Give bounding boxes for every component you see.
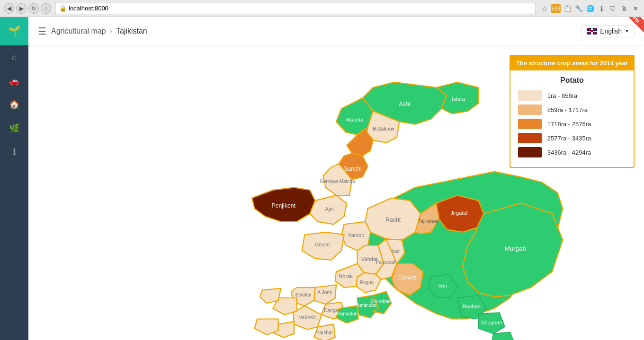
label-rogun: Rogun bbox=[360, 280, 374, 285]
browser-icons: ☆ 523 📋 🔧 🌐 ℹ 🛡 🖱 ≡ bbox=[540, 4, 640, 13]
label-varzob: Varzob bbox=[348, 232, 364, 238]
extension-icon2[interactable]: 📋 bbox=[563, 4, 572, 13]
extension-icon1[interactable]: 523 bbox=[551, 4, 561, 13]
breadcrumb-separator: › bbox=[110, 27, 112, 35]
legend-label-5: 3436ra - 4294ra bbox=[547, 149, 591, 156]
back-button[interactable]: ◀ bbox=[4, 3, 14, 14]
label-ajomi: A.Jomi bbox=[317, 290, 332, 295]
label-penjikent: Penjikent bbox=[272, 202, 296, 209]
lang-dropdown-arrow: ▼ bbox=[625, 28, 629, 34]
label-bgafurov: B.Gafurov bbox=[373, 126, 394, 131]
browser-chrome: ◀ ▶ ↻ ⌂ 🔒 localhost:8000 ☆ 523 📋 🔧 🌐 ℹ 🛡… bbox=[0, 0, 644, 17]
lang-label: English bbox=[600, 27, 622, 35]
info-sidebar-icon: ℹ bbox=[13, 147, 16, 157]
app-container: 🌱 ⌂ 🚗 🏠 🌿 ℹ ☰ Agricultural map › Taj bbox=[0, 17, 644, 340]
sidebar: 🌱 ⌂ 🚗 🏠 🌿 ℹ bbox=[0, 17, 28, 340]
label-shugnan: Shugnan bbox=[531, 332, 552, 338]
label-ajni: Ajni bbox=[325, 206, 334, 212]
header: ☰ Agricultural map › Tajikistan English … bbox=[28, 17, 644, 45]
label-shugnan2: Shugnan bbox=[481, 320, 502, 325]
url-text: localhost:8000 bbox=[69, 5, 108, 12]
label-faizabad: Faizabad bbox=[376, 260, 395, 265]
legend-crop-title: Potato bbox=[518, 76, 626, 85]
refresh-button[interactable]: ↻ bbox=[28, 3, 39, 14]
legend-label-3: 1718ra - 2576ra bbox=[547, 121, 591, 128]
label-gormatcha: Gornaya-Matcha bbox=[320, 179, 355, 184]
label-parkhar: Parkhar bbox=[316, 330, 333, 335]
building-icon: 🏠 bbox=[9, 99, 19, 110]
flag-uk bbox=[587, 28, 597, 35]
label-isfara: Isfara bbox=[452, 96, 465, 102]
label-rushan2: Rushan bbox=[463, 304, 481, 309]
header-left: ☰ Agricultural map › Tajikistan bbox=[38, 26, 147, 37]
legend-color-2 bbox=[518, 105, 542, 115]
hamburger-menu[interactable]: ☰ bbox=[38, 26, 46, 37]
header-right: English ▼ beta bbox=[581, 25, 635, 37]
label-tajikabad: Tajikabad bbox=[419, 219, 438, 224]
language-selector[interactable]: English ▼ bbox=[581, 25, 635, 37]
sidebar-item-transport[interactable]: 🚗 bbox=[0, 69, 28, 93]
label-norak: Norak bbox=[339, 273, 353, 279]
label-matcha: Matcha bbox=[346, 117, 364, 122]
logo-icon: 🌱 bbox=[8, 25, 21, 37]
legend-label-1: 1ra - 858ra bbox=[547, 92, 578, 99]
label-darvoz: Darvoz bbox=[398, 274, 417, 281]
map-area[interactable]: Murgab Vari Rushan Shugnan Roshtkala Ish… bbox=[28, 45, 644, 340]
leaf-icon: 🌿 bbox=[9, 123, 19, 133]
address-bar[interactable]: 🔒 localhost:8000 bbox=[55, 3, 536, 14]
browser-nav-buttons: ◀ ▶ ↻ ⌂ bbox=[4, 3, 51, 14]
forward-button[interactable]: ▶ bbox=[16, 3, 27, 14]
legend-color-5 bbox=[518, 147, 542, 157]
region-jilikul[interactable] bbox=[260, 288, 281, 303]
legend-color-1 bbox=[518, 90, 542, 101]
label-vahdat: Vahdat bbox=[361, 256, 377, 262]
sidebar-item-agriculture[interactable]: 🌿 bbox=[0, 116, 28, 140]
bookmark-icon[interactable]: ☆ bbox=[540, 4, 549, 13]
label-shurobod: Shurobod bbox=[370, 299, 391, 304]
label-ganchi: Ganchi bbox=[343, 166, 362, 172]
breadcrumb: Agricultural map › Tajikistan bbox=[51, 27, 147, 35]
legend-color-3 bbox=[518, 119, 542, 129]
legend-item-1: 1ra - 858ra bbox=[518, 90, 626, 101]
label-bokhtar: Bokhtar bbox=[295, 292, 312, 297]
home-icon: ⌂ bbox=[12, 52, 17, 62]
legend-body: Potato 1ra - 858ra 859ra - 1717ra 1718ra… bbox=[510, 70, 634, 167]
transport-icon: 🚗 bbox=[9, 76, 19, 86]
info-icon[interactable]: ℹ bbox=[597, 4, 606, 13]
legend-item-2: 859ra - 1717ra bbox=[518, 105, 626, 115]
main-content: ☰ Agricultural map › Tajikistan English … bbox=[28, 17, 644, 340]
globe-icon[interactable]: 🌐 bbox=[585, 4, 595, 13]
legend: The structure crop areas for 2014 year P… bbox=[510, 55, 635, 168]
vpn-icon[interactable]: 🛡 bbox=[608, 4, 617, 13]
label-jirgatal: Jirgatal bbox=[450, 210, 467, 216]
legend-item-3: 1718ra - 2576ra bbox=[518, 119, 626, 129]
label-rasht: Rasht bbox=[385, 217, 401, 223]
legend-item-5: 3436ra - 4294ra bbox=[518, 147, 626, 157]
home-button[interactable]: ⌂ bbox=[41, 3, 51, 14]
breadcrumb-root[interactable]: Agricultural map bbox=[51, 27, 106, 35]
label-gissar: Gissar bbox=[315, 242, 330, 247]
sidebar-item-info[interactable]: ℹ bbox=[0, 140, 28, 164]
legend-label-4: 2577ra - 3435ra bbox=[547, 135, 591, 142]
extension-icon3[interactable]: 🔧 bbox=[574, 4, 583, 13]
label-vari2: Vari bbox=[438, 283, 447, 288]
mouse-icon[interactable]: 🖱 bbox=[619, 4, 629, 13]
label-rushan: Rushan bbox=[509, 314, 527, 320]
label-asht: Asht bbox=[399, 101, 411, 107]
label-hamadoni: Hamadoni bbox=[337, 311, 359, 316]
sidebar-item-building[interactable]: 🏠 bbox=[0, 93, 28, 116]
legend-label-2: 859ra - 1717ra bbox=[547, 106, 588, 113]
label-murgab2: Murgab bbox=[505, 245, 526, 252]
legend-item-4: 2577ra - 3435ra bbox=[518, 133, 626, 143]
legend-color-4 bbox=[518, 133, 542, 143]
region-kushoniyon[interactable] bbox=[255, 319, 278, 335]
sidebar-item-home[interactable]: ⌂ bbox=[0, 45, 28, 69]
sidebar-logo[interactable]: 🌱 bbox=[0, 17, 28, 45]
breadcrumb-current: Tajikistan bbox=[116, 27, 147, 35]
label-vakhsh: Vakhsh bbox=[299, 314, 316, 320]
legend-title: The structure crop areas for 2014 year bbox=[510, 56, 634, 70]
menu-dots[interactable]: ≡ bbox=[631, 4, 640, 13]
